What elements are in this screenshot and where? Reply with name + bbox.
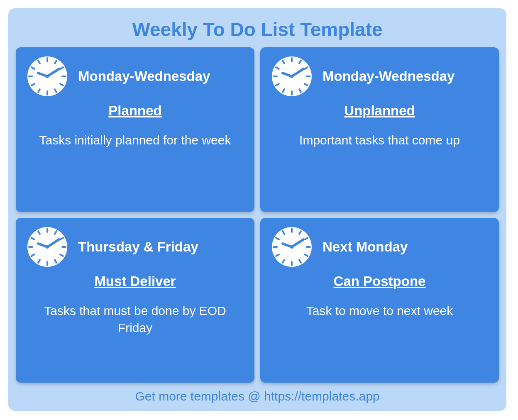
category-label: Unplanned: [271, 103, 488, 119]
card-header: Next Monday: [271, 226, 488, 268]
card-description: Important tasks that come up: [271, 132, 488, 149]
card-description: Task to move to next week: [271, 303, 488, 320]
svg-point-63: [290, 245, 293, 249]
svg-point-31: [290, 75, 293, 78]
svg-point-15: [46, 75, 49, 78]
card-header: Monday-Wednesday: [27, 56, 244, 97]
template-frame: Weekly To Do List Template: [8, 8, 506, 411]
svg-point-47: [46, 245, 49, 249]
day-label: Monday-Wednesday: [78, 68, 210, 84]
day-label: Thursday & Friday: [78, 239, 198, 255]
clock-icon: [27, 56, 68, 97]
category-label: Planned: [27, 103, 244, 119]
card-header: Thursday & Friday: [27, 226, 244, 268]
card-grid: Monday-Wednesday Planned Tasks initially…: [16, 47, 499, 383]
card-can-postpone: Next Monday Can Postpone Task to move to…: [260, 218, 499, 383]
category-label: Can Postpone: [271, 273, 488, 289]
card-must-deliver: Thursday & Friday Must Deliver Tasks tha…: [16, 218, 254, 383]
day-label: Next Monday: [323, 239, 408, 255]
clock-icon: [271, 56, 313, 97]
day-label: Monday-Wednesday: [323, 68, 454, 84]
card-unplanned: Monday-Wednesday Unplanned Important tas…: [260, 47, 499, 212]
category-label: Must Deliver: [27, 273, 244, 289]
clock-icon: [271, 226, 313, 268]
footer-text: Get more templates @ https://templates.a…: [16, 383, 499, 405]
page-title: Weekly To Do List Template: [16, 18, 499, 41]
card-planned: Monday-Wednesday Planned Tasks initially…: [16, 47, 254, 212]
card-description: Tasks initially planned for the week: [27, 132, 244, 149]
clock-icon: [27, 226, 68, 268]
card-header: Monday-Wednesday: [271, 56, 488, 97]
card-description: Tasks that must be done by EOD Friday: [27, 303, 244, 336]
